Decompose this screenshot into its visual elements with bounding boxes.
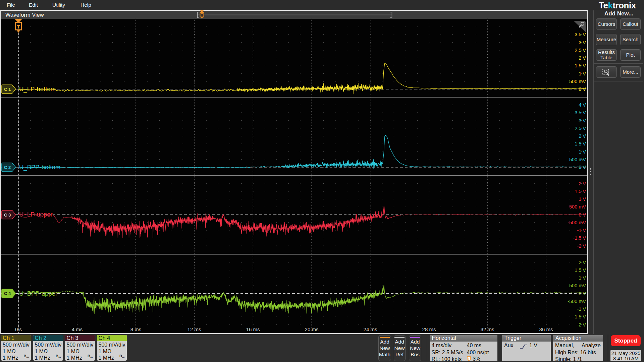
svg-text:1 V: 1 V bbox=[579, 149, 586, 155]
svg-text:1.5 V: 1.5 V bbox=[575, 189, 586, 194]
svg-text:1 V: 1 V bbox=[579, 275, 586, 281]
svg-text:T: T bbox=[468, 357, 470, 360]
svg-text:2.5 V: 2.5 V bbox=[575, 126, 586, 131]
svg-text:3.5 V: 3.5 V bbox=[575, 32, 586, 37]
svg-text:500 mV: 500 mV bbox=[569, 157, 586, 162]
svg-text:0 V: 0 V bbox=[579, 165, 586, 170]
svg-text:-2 V: -2 V bbox=[577, 243, 586, 249]
svg-text:2 V: 2 V bbox=[579, 55, 586, 61]
svg-text:-1.5 V: -1.5 V bbox=[573, 235, 586, 241]
svg-text:U_LP-upper: U_LP-upper bbox=[19, 211, 53, 218]
svg-text:2 V: 2 V bbox=[579, 181, 586, 186]
svg-text:0 V: 0 V bbox=[579, 212, 586, 218]
svg-text:2.5 V: 2.5 V bbox=[575, 48, 586, 53]
svg-text:4 V: 4 V bbox=[579, 102, 586, 108]
svg-text:1.5 V: 1.5 V bbox=[575, 267, 586, 273]
svg-text:1 V: 1 V bbox=[579, 196, 586, 202]
svg-text:1 V: 1 V bbox=[579, 71, 586, 76]
svg-text:20 ms: 20 ms bbox=[305, 326, 319, 332]
svg-text:500 mV: 500 mV bbox=[569, 283, 586, 288]
svg-text:2 V: 2 V bbox=[579, 133, 586, 139]
svg-text:0 V: 0 V bbox=[579, 291, 586, 296]
svg-text:32 ms: 32 ms bbox=[481, 326, 494, 332]
svg-text:1.5 V: 1.5 V bbox=[575, 63, 586, 68]
svg-text:8 ms: 8 ms bbox=[130, 326, 142, 332]
svg-text:-1 V: -1 V bbox=[577, 228, 586, 233]
svg-text:28 ms: 28 ms bbox=[422, 326, 436, 332]
svg-text:500 mV: 500 mV bbox=[569, 204, 586, 209]
svg-text:U_BPP-upper: U_BPP-upper bbox=[19, 290, 57, 297]
svg-text:-2 V: -2 V bbox=[577, 322, 586, 327]
svg-text:C 3: C 3 bbox=[4, 213, 11, 218]
svg-text:500 mV: 500 mV bbox=[569, 79, 586, 84]
svg-text:24 ms: 24 ms bbox=[364, 326, 377, 332]
svg-text:36 ms: 36 ms bbox=[539, 326, 553, 332]
svg-text:C 1: C 1 bbox=[4, 87, 11, 92]
svg-text:3.5 V: 3.5 V bbox=[575, 110, 586, 115]
svg-text:2 V: 2 V bbox=[579, 260, 586, 265]
svg-text:-1 V: -1 V bbox=[577, 306, 586, 312]
svg-text:12 ms: 12 ms bbox=[187, 326, 201, 332]
svg-text:0 V: 0 V bbox=[579, 86, 586, 92]
svg-text:3 V: 3 V bbox=[579, 40, 586, 45]
svg-text:1.5 V: 1.5 V bbox=[575, 141, 586, 146]
svg-text:U_LP-bottom: U_LP-bottom bbox=[19, 85, 56, 93]
svg-text:3 V: 3 V bbox=[579, 118, 586, 123]
svg-text:C 4: C 4 bbox=[4, 291, 11, 296]
svg-text:4 ms: 4 ms bbox=[72, 326, 83, 332]
svg-text:U_BPP-bottom: U_BPP-bottom bbox=[19, 164, 60, 171]
svg-text:C 2: C 2 bbox=[4, 165, 11, 170]
svg-text:T: T bbox=[17, 24, 20, 29]
svg-text:16 ms: 16 ms bbox=[246, 326, 260, 332]
svg-text:T: T bbox=[201, 13, 203, 17]
svg-text:-1.5 V: -1.5 V bbox=[573, 314, 586, 319]
svg-text:0 s: 0 s bbox=[15, 326, 22, 332]
svg-text:-500 mV: -500 mV bbox=[568, 299, 586, 304]
svg-text:-500 mV: -500 mV bbox=[568, 220, 586, 225]
